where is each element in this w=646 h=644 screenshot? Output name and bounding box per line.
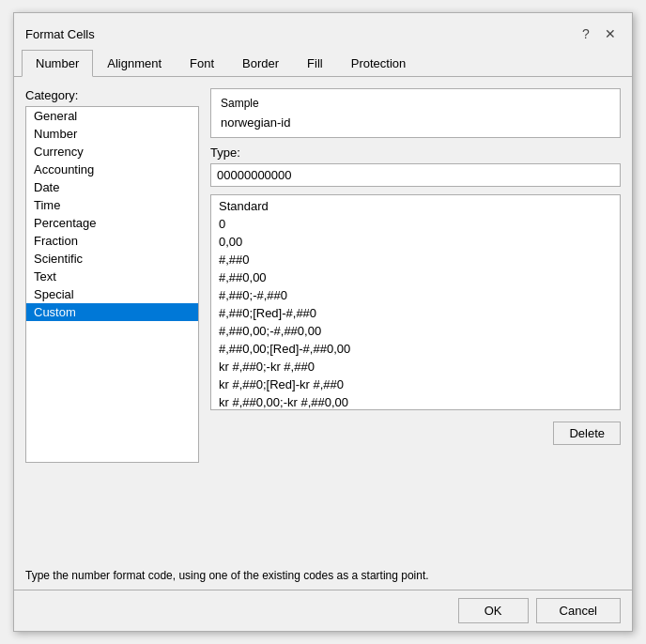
- format-list: Standard 0 0,00 #,##0 #,##0,00 #,##0;-#,…: [211, 195, 620, 410]
- category-item-date[interactable]: Date: [26, 178, 198, 196]
- format-item-kr2[interactable]: kr #,##0;[Red]-kr #,##0: [211, 376, 620, 393]
- category-item-fraction[interactable]: Fraction: [26, 232, 198, 250]
- category-item-special[interactable]: Special: [26, 285, 198, 303]
- format-item-hash-0[interactable]: #,##0: [211, 251, 620, 268]
- title-bar-controls: ? ✕: [576, 23, 621, 44]
- tab-alignment[interactable]: Alignment: [93, 50, 176, 77]
- title-bar: Format Cells ? ✕: [14, 13, 632, 47]
- sample-value: norwegian-id: [221, 115, 610, 130]
- category-item-custom[interactable]: Custom: [26, 303, 198, 321]
- help-button[interactable]: ?: [576, 23, 596, 44]
- delete-button[interactable]: Delete: [553, 422, 621, 445]
- category-item-general[interactable]: General: [26, 107, 198, 125]
- tab-protection[interactable]: Protection: [337, 50, 421, 77]
- category-item-percentage[interactable]: Percentage: [26, 214, 198, 232]
- category-item-number[interactable]: Number: [26, 125, 198, 143]
- category-item-accounting[interactable]: Accounting: [26, 161, 198, 178]
- category-label: Category:: [25, 88, 199, 102]
- cancel-button[interactable]: Cancel: [536, 598, 621, 623]
- close-button[interactable]: ✕: [600, 23, 621, 44]
- tab-number[interactable]: Number: [22, 50, 93, 77]
- category-item-time[interactable]: Time: [26, 196, 198, 214]
- format-item-red1[interactable]: #,##0;[Red]-#,##0: [211, 304, 620, 322]
- type-label: Type:: [210, 146, 621, 160]
- tab-bar: Number Alignment Font Border Fill Protec…: [14, 49, 632, 77]
- category-item-currency[interactable]: Currency: [26, 143, 198, 161]
- format-item-0[interactable]: 0: [211, 215, 620, 233]
- format-item-neg2[interactable]: #,##0,00;-#,##0,00: [211, 322, 620, 340]
- format-item-neg1[interactable]: #,##0;-#,##0: [211, 286, 620, 304]
- category-list[interactable]: General Number Currency Accounting Date …: [25, 106, 199, 463]
- type-section: Type:: [210, 146, 621, 187]
- category-item-text[interactable]: Text: [26, 268, 198, 285]
- right-panel: Sample norwegian-id Type: Standard 0 0,0…: [210, 88, 621, 554]
- format-list-container[interactable]: Standard 0 0,00 #,##0 #,##0,00 #,##0;-#,…: [210, 194, 621, 410]
- format-item-red2[interactable]: #,##0,00;[Red]-#,##0,00: [211, 340, 620, 358]
- tab-font[interactable]: Font: [176, 50, 228, 77]
- ok-button[interactable]: OK: [458, 598, 529, 623]
- format-item-kr1[interactable]: kr #,##0;-kr #,##0: [211, 358, 620, 376]
- bottom-bar: OK Cancel: [14, 590, 632, 631]
- sample-label: Sample: [221, 97, 610, 110]
- format-item-kr3[interactable]: kr #,##0,00;-kr #,##0,00: [211, 393, 620, 410]
- format-cells-dialog: Format Cells ? ✕ Number Alignment Font B…: [13, 12, 633, 632]
- tab-border[interactable]: Border: [228, 50, 293, 77]
- category-item-scientific[interactable]: Scientific: [26, 250, 198, 268]
- type-input[interactable]: [210, 163, 621, 187]
- left-panel: Category: General Number Currency Accoun…: [25, 88, 199, 554]
- main-content: Category: General Number Currency Accoun…: [14, 77, 632, 565]
- sample-section: Sample norwegian-id: [210, 88, 621, 138]
- format-item-standard[interactable]: Standard: [211, 197, 620, 215]
- format-item-0-00[interactable]: 0,00: [211, 233, 620, 251]
- format-item-hash-0-00[interactable]: #,##0,00: [211, 268, 620, 286]
- dialog-title: Format Cells: [25, 27, 95, 41]
- footer-hint: Type the number format code, using one o…: [14, 565, 632, 590]
- delete-btn-row: Delete: [210, 422, 621, 445]
- tab-fill[interactable]: Fill: [293, 50, 337, 77]
